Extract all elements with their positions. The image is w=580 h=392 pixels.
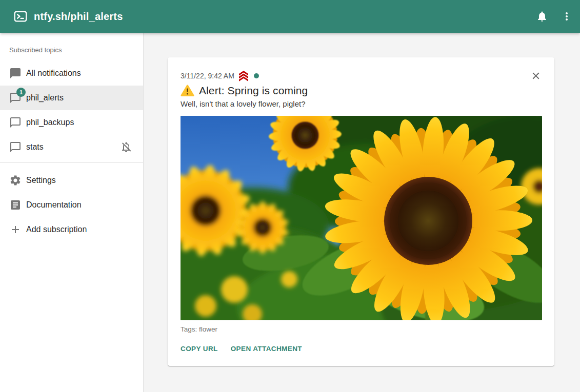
close-notification-button[interactable] [526,66,546,86]
notification-body: Well, isn't that a lovely flower, piglet… [181,99,542,108]
sidebar-item-label: phil_alerts [26,93,64,102]
sidebar-item-all-notifications[interactable]: All notifications [0,61,143,86]
close-icon [530,70,542,81]
notification-meta: 3/11/22, 9:42 AM [181,71,542,81]
sidebar-item-label: Settings [26,176,56,185]
attachment-image[interactable] [181,116,542,320]
chat-bubble-filled-icon [9,67,22,79]
sidebar-item-label: stats [26,142,44,152]
notification-tags: Tags: flower [181,325,542,333]
sidebar-item-stats[interactable]: stats [0,135,143,159]
notification-card: 3/11/22, 9:42 AM Alert: Spring is coming [168,57,554,366]
ntfy-logo-terminal-icon [14,10,27,23]
sidebar-item-label: Documentation [26,200,82,210]
notification-title-row: Alert: Spring is coming [181,85,542,97]
sidebar-item-add-subscription[interactable]: Add subscription [0,217,143,242]
notifications-muted-icon [120,141,132,153]
priority-max-icon [238,71,249,81]
subscribed-topics-label: Subscribed topics [9,46,143,54]
article-icon [9,199,22,211]
notification-timestamp: 3/11/22, 9:42 AM [181,72,234,80]
copy-url-button[interactable]: COPY URL [181,344,218,354]
notifications-bell-button[interactable] [530,4,554,29]
sidebar: Subscribed topics All notifications 1 ph… [0,33,144,392]
sidebar-divider [0,162,143,163]
plus-icon [9,223,22,236]
sidebar-item-documentation[interactable]: Documentation [0,193,143,217]
chat-bubble-outline-icon [9,116,22,129]
sidebar-item-phil-backups[interactable]: phil_backups [0,110,143,135]
main-content: 3/11/22, 9:42 AM Alert: Spring is coming [144,33,580,392]
kebab-menu-icon [561,10,573,23]
sidebar-item-label: All notifications [26,69,81,78]
unread-dot [254,73,259,78]
chat-bubble-outline-icon [9,141,22,153]
sidebar-item-settings[interactable]: Settings [0,168,143,193]
gear-icon [9,174,22,187]
app-bar: ntfy.sh/phil_alerts [0,0,580,33]
bell-icon [536,10,548,23]
page-title: ntfy.sh/phil_alerts [34,11,530,23]
sidebar-item-label: Add subscription [26,225,87,234]
notification-title: Alert: Spring is coming [199,85,308,97]
sidebar-item-label: phil_backups [26,118,74,127]
warning-triangle-icon [181,85,194,97]
app-bar-actions [530,4,579,29]
unread-count-badge: 1 [16,88,26,97]
sidebar-item-phil-alerts[interactable]: 1 phil_alerts [0,86,143,110]
overflow-menu-button[interactable] [554,4,579,29]
notification-actions: COPY URL OPEN ATTACHMENT [181,344,542,354]
chat-bubble-outline-icon: 1 [9,92,22,104]
open-attachment-button[interactable]: OPEN ATTACHMENT [231,344,302,354]
